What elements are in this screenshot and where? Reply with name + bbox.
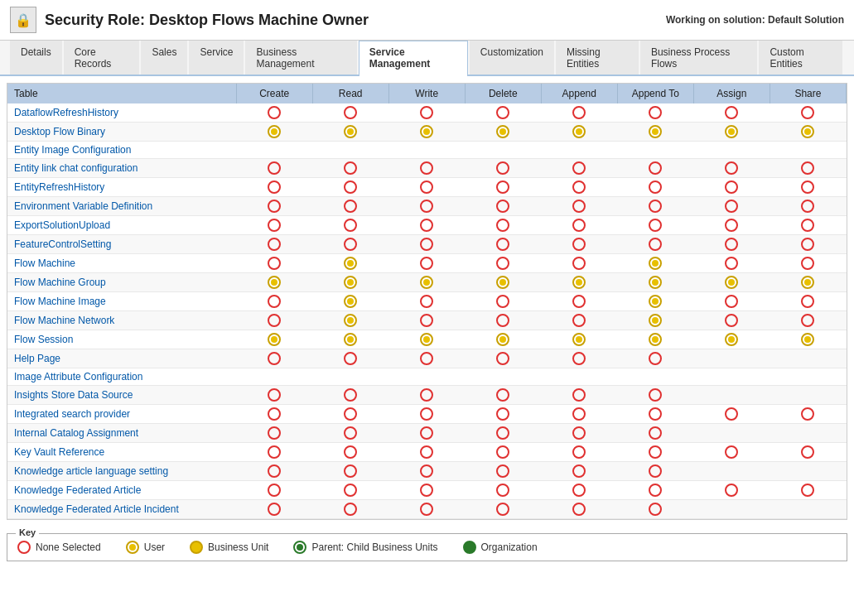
permission-none-icon[interactable] <box>496 106 509 119</box>
permission-none-icon[interactable] <box>496 407 509 421</box>
permission-user-icon[interactable] <box>572 125 586 138</box>
permission-none-icon[interactable] <box>801 106 814 119</box>
permission-none-icon[interactable] <box>268 219 281 232</box>
permission-user-icon[interactable] <box>420 333 433 346</box>
tab-business-process-flows[interactable]: Business Process Flows <box>640 41 757 75</box>
permission-none-icon[interactable] <box>496 426 509 440</box>
permission-none-icon[interactable] <box>496 161 509 175</box>
entity-name[interactable]: Flow Machine <box>7 254 236 273</box>
permission-none-icon[interactable] <box>17 541 31 554</box>
permission-none-icon[interactable] <box>344 219 357 232</box>
permission-none-icon[interactable] <box>268 161 281 175</box>
permission-user-icon[interactable] <box>725 125 738 138</box>
permission-none-icon[interactable] <box>420 314 433 327</box>
permission-none-icon[interactable] <box>268 314 281 327</box>
permission-none-icon[interactable] <box>420 200 433 213</box>
permission-none-icon[interactable] <box>420 484 433 497</box>
permission-user-icon[interactable] <box>649 295 662 308</box>
permission-none-icon[interactable] <box>572 257 586 270</box>
permission-user-icon[interactable] <box>572 276 586 289</box>
permission-none-icon[interactable] <box>801 180 814 194</box>
permission-user-icon[interactable] <box>344 125 357 138</box>
permission-user-icon[interactable] <box>572 333 586 346</box>
permission-none-icon[interactable] <box>649 388 662 402</box>
permission-none-icon[interactable] <box>801 161 814 175</box>
permission-none-icon[interactable] <box>801 257 814 270</box>
permission-none-icon[interactable] <box>268 484 281 497</box>
permission-none-icon[interactable] <box>572 484 586 497</box>
permission-none-icon[interactable] <box>496 388 509 402</box>
permission-none-icon[interactable] <box>268 106 281 119</box>
permission-bu-icon[interactable] <box>190 541 203 554</box>
entity-name[interactable]: Integrated search provider <box>7 405 236 424</box>
table-container[interactable]: TableCreateReadWriteDeleteAppendAppend T… <box>7 83 847 520</box>
tab-service-management[interactable]: Service Management <box>359 41 468 76</box>
permission-none-icon[interactable] <box>572 180 586 194</box>
permission-none-icon[interactable] <box>649 238 662 251</box>
permission-none-icon[interactable] <box>649 219 662 232</box>
permission-none-icon[interactable] <box>725 484 738 497</box>
permission-none-icon[interactable] <box>725 180 738 194</box>
permission-none-icon[interactable] <box>572 407 586 421</box>
entity-name[interactable]: Help Page <box>7 349 236 368</box>
permission-none-icon[interactable] <box>801 445 814 459</box>
permission-none-icon[interactable] <box>725 257 738 270</box>
permission-none-icon[interactable] <box>496 200 509 213</box>
permission-none-icon[interactable] <box>649 445 662 459</box>
entity-name[interactable]: Knowledge article language setting <box>7 462 236 481</box>
permission-none-icon[interactable] <box>344 484 357 497</box>
permission-none-icon[interactable] <box>344 161 357 175</box>
permission-none-icon[interactable] <box>268 352 281 365</box>
permission-user-icon[interactable] <box>268 276 281 289</box>
tab-customization[interactable]: Customization <box>470 41 554 75</box>
permission-user-icon[interactable] <box>420 125 433 138</box>
permission-user-icon[interactable] <box>496 125 509 138</box>
permission-none-icon[interactable] <box>649 200 662 213</box>
permission-none-icon[interactable] <box>268 180 281 194</box>
permission-none-icon[interactable] <box>649 426 662 440</box>
permission-none-icon[interactable] <box>344 464 357 478</box>
permission-none-icon[interactable] <box>725 219 738 232</box>
entity-name[interactable]: Flow Machine Group <box>7 273 236 292</box>
permission-none-icon[interactable] <box>268 445 281 459</box>
permission-none-icon[interactable] <box>268 388 281 402</box>
tab-details[interactable]: Details <box>10 41 62 75</box>
tab-core-records[interactable]: Core Records <box>64 41 140 75</box>
entity-name[interactable]: ExportSolutionUpload <box>7 216 236 235</box>
permission-user-icon[interactable] <box>801 276 814 289</box>
permission-user-icon[interactable] <box>496 333 509 346</box>
tab-custom-entities[interactable]: Custom Entities <box>759 41 842 75</box>
permission-none-icon[interactable] <box>344 426 357 440</box>
permission-user-icon[interactable] <box>801 333 814 346</box>
permission-none-icon[interactable] <box>801 200 814 213</box>
permission-user-icon[interactable] <box>649 125 662 138</box>
permission-none-icon[interactable] <box>725 161 738 175</box>
permission-none-icon[interactable] <box>649 352 662 365</box>
permission-none-icon[interactable] <box>420 445 433 459</box>
entity-name[interactable]: Flow Session <box>7 330 236 349</box>
permission-none-icon[interactable] <box>801 314 814 327</box>
tab-sales[interactable]: Sales <box>141 41 187 75</box>
permission-none-icon[interactable] <box>725 106 738 119</box>
permission-user-icon[interactable] <box>344 333 357 346</box>
permission-none-icon[interactable] <box>496 503 509 516</box>
permission-none-icon[interactable] <box>268 503 281 516</box>
permission-user-icon[interactable] <box>649 314 662 327</box>
permission-none-icon[interactable] <box>344 445 357 459</box>
permission-none-icon[interactable] <box>420 426 433 440</box>
permission-none-icon[interactable] <box>725 200 738 213</box>
entity-name[interactable]: Desktop Flow Binary <box>7 123 236 142</box>
permission-none-icon[interactable] <box>420 106 433 119</box>
entity-name[interactable]: Knowledge Management Setting <box>7 519 236 521</box>
permission-parent-icon[interactable] <box>293 541 306 554</box>
permission-none-icon[interactable] <box>420 503 433 516</box>
permission-none-icon[interactable] <box>649 464 662 478</box>
permission-user-icon[interactable] <box>725 333 738 346</box>
permission-user-icon[interactable] <box>344 314 357 327</box>
entity-name[interactable]: Image Attribute Configuration <box>7 368 236 386</box>
permission-none-icon[interactable] <box>801 295 814 308</box>
permission-none-icon[interactable] <box>801 219 814 232</box>
permission-none-icon[interactable] <box>649 484 662 497</box>
permission-none-icon[interactable] <box>268 426 281 440</box>
permission-user-icon[interactable] <box>344 257 357 270</box>
